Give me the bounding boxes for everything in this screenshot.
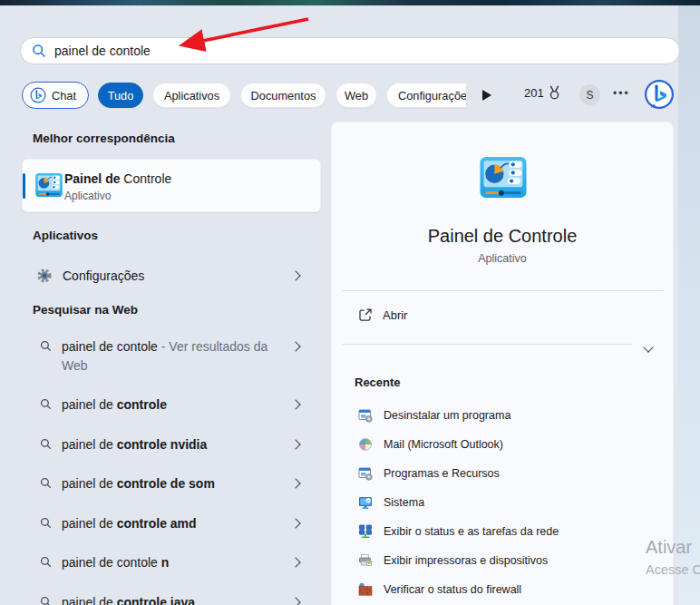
- desktop-background-strip-right: [678, 5, 700, 605]
- chevron-right-icon: [290, 478, 300, 488]
- tab-configura-es[interactable]: Configurações: [386, 83, 466, 108]
- suggestion-text: painel de contole n: [62, 553, 290, 572]
- chevron-right-icon: [290, 399, 300, 409]
- web-suggestion-row[interactable]: painel de controle nvidia: [22, 435, 321, 454]
- web-suggestion-row[interactable]: painel de controle: [22, 395, 321, 415]
- divider: [343, 290, 664, 291]
- recent-item[interactable]: Sistema: [343, 488, 664, 517]
- open-external-icon: [358, 307, 373, 322]
- search-icon: [40, 556, 52, 568]
- web-suggestion-row[interactable]: painel de controle amd: [22, 514, 321, 533]
- tab-web[interactable]: Web: [335, 83, 377, 108]
- chevron-right-icon: [290, 270, 300, 280]
- rewards-badge[interactable]: 201: [524, 85, 561, 101]
- best-match-subtitle: Aplicativo: [64, 190, 111, 202]
- apps-heading: Aplicativos: [33, 229, 98, 242]
- search-icon: [40, 517, 52, 529]
- recent-item[interactable]: Exibir impressoras e dispositivos: [343, 546, 664, 575]
- open-action-label: Abrir: [383, 308, 407, 322]
- web-suggestion-row[interactable]: painel de controle de som: [22, 474, 321, 493]
- control-panel-icon-large: [480, 157, 527, 201]
- search-icon: [40, 438, 52, 450]
- web-suggestion-row[interactable]: painel de controle java: [22, 593, 321, 605]
- search-icon: [40, 477, 52, 489]
- recent-item[interactable]: Desinstalar um programa: [343, 401, 664, 430]
- expand-actions-button[interactable]: [645, 338, 652, 355]
- app-result-label: Configurações: [63, 268, 292, 283]
- recent-item[interactable]: Mail (Microsoft Outlook): [343, 430, 664, 459]
- chevron-right-icon: [290, 439, 300, 449]
- recent-heading: Recente: [355, 376, 401, 389]
- recent-item[interactable]: Verificar o status do firewall: [343, 575, 664, 604]
- control-panel-icon: [35, 173, 63, 200]
- suggestion-text: painel de controle de som: [62, 474, 290, 493]
- tab-tudo[interactable]: Tudo: [98, 83, 143, 108]
- system-monitor-icon: [358, 495, 373, 510]
- recent-list: Desinstalar um programa Mail (Microsoft …: [343, 401, 664, 604]
- suggestion-text: painel de controle: [62, 395, 290, 415]
- recent-item[interactable]: Exibir o status e as tarefas da rede: [343, 517, 664, 546]
- chevron-right-icon: [290, 341, 300, 351]
- recent-item[interactable]: Programas e Recursos: [343, 459, 664, 488]
- search-icon: [32, 44, 46, 58]
- suggestion-text: painel de controle java: [62, 593, 290, 605]
- chevron-down-icon: [643, 342, 653, 352]
- gear-icon: [36, 268, 53, 284]
- avatar-initial: S: [586, 89, 593, 102]
- suggestion-text: painel de controle amd: [62, 514, 290, 533]
- bing-chat-icon: [30, 87, 46, 103]
- network-icon: [358, 524, 373, 539]
- web-suggestion-row[interactable]: painel de contole n: [22, 553, 321, 572]
- search-query-text[interactable]: painel de contole: [54, 44, 151, 58]
- tab-documentos[interactable]: Documentos: [240, 83, 326, 108]
- more-options-button[interactable]: •••: [613, 87, 630, 100]
- divider: [343, 344, 632, 345]
- user-avatar[interactable]: S: [579, 84, 600, 105]
- result-preview-card: Painel de Controle Aplicativo Abrir Rece…: [331, 122, 674, 605]
- preview-app-title: Painel de Controle: [332, 226, 673, 247]
- search-input[interactable]: painel de contole: [20, 37, 680, 64]
- preview-app-subtitle: Aplicativo: [332, 252, 673, 265]
- best-match-result[interactable]: Painel de Controle Aplicativo: [22, 159, 321, 212]
- search-panel: painel de contole Chat Tudo Aplicativos …: [0, 5, 678, 605]
- tab-chat[interactable]: Chat: [22, 82, 89, 109]
- web-suggestion-row[interactable]: painel de contole - Ver resultados da We…: [22, 337, 321, 375]
- chevron-right-icon: [290, 518, 300, 528]
- programs-window-icon: [358, 408, 373, 423]
- chevron-right-icon: [290, 557, 300, 567]
- printer-icon: [358, 553, 373, 568]
- more-filters-arrow-icon[interactable]: [482, 90, 491, 101]
- mail-globe-icon: [358, 437, 373, 452]
- web-suggestion-list: painel de contole - Ver resultados da We…: [22, 337, 321, 605]
- chevron-right-icon: [290, 597, 300, 605]
- bing-chat-button[interactable]: [644, 79, 675, 110]
- suggestion-text: painel de controle nvidia: [62, 435, 290, 454]
- firewall-icon: [358, 582, 373, 597]
- app-result-settings[interactable]: Configurações: [22, 261, 321, 290]
- selection-accent-bar: [23, 173, 25, 199]
- search-icon: [40, 340, 52, 352]
- open-action[interactable]: Abrir: [343, 302, 651, 327]
- search-icon: [40, 596, 52, 605]
- best-match-heading: Melhor correspondência: [33, 132, 175, 145]
- rewards-medal-icon: [548, 85, 561, 101]
- suggestion-text: painel de contole - Ver resultados da We…: [62, 337, 290, 375]
- rewards-points: 201: [524, 86, 544, 100]
- web-search-heading: Pesquisar na Web: [33, 303, 138, 317]
- best-match-title: Painel de Controle: [64, 171, 171, 186]
- search-icon: [40, 398, 52, 410]
- tab-chat-label: Chat: [52, 89, 76, 102]
- search-flyout-screen: painel de contole Chat Tudo Aplicativos …: [0, 0, 700, 605]
- filter-tabs: Chat Tudo Aplicativos Documentos Web Con…: [22, 82, 491, 109]
- programs-window-icon: [358, 466, 373, 481]
- tab-aplicativos[interactable]: Aplicativos: [152, 83, 231, 108]
